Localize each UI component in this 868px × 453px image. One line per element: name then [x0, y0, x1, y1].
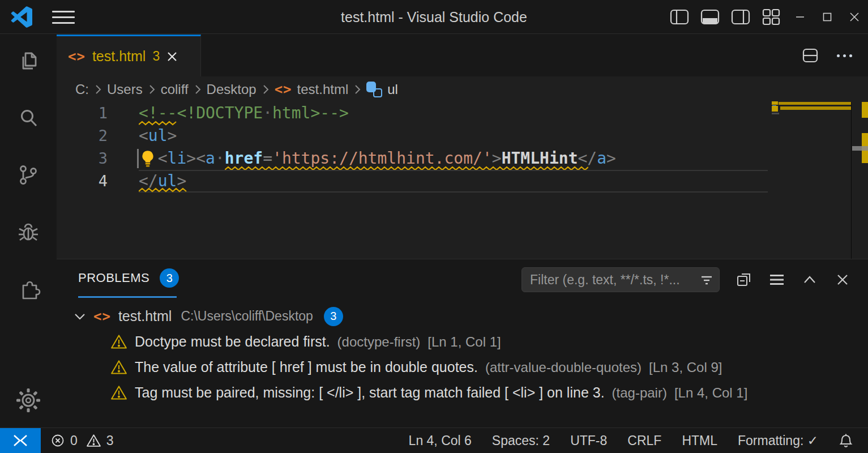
breadcrumb-item-drive[interactable]: C: [75, 82, 89, 97]
tab-problems-panel[interactable]: PROBLEMS 3 [78, 268, 179, 288]
minimap-warning-line-highlight [779, 102, 851, 105]
overview-cursor-mark [852, 146, 868, 151]
code-editor[interactable]: 1234 <!--<!DOCTYPE·html>--><ul> <li><a·h… [57, 102, 868, 259]
sidebar-item-run-debug[interactable] [15, 218, 42, 245]
breadcrumb-item-file[interactable]: test.html [297, 82, 349, 97]
status-line-col[interactable]: Ln 4, Col 6 [409, 433, 472, 448]
breadcrumb-item-users[interactable]: Users [107, 82, 143, 97]
status-diagnostics[interactable]: 0 3 [50, 433, 114, 448]
code-token: <!--<!DOCTYPE [139, 104, 263, 122]
remote-indicator[interactable] [0, 428, 41, 453]
problem-rule-code: (attr-value-double-quotes) [485, 360, 642, 375]
minimap[interactable] [772, 102, 851, 259]
toggle-secondary-sidebar-button[interactable] [725, 0, 756, 34]
sidebar-item-explorer[interactable] [15, 48, 42, 75]
vscode-logo-icon [11, 6, 32, 28]
view-as-table-icon[interactable] [768, 271, 785, 288]
status-encoding[interactable]: UTF-8 [570, 433, 607, 448]
tab-close-button[interactable] [166, 51, 178, 62]
error-count: 0 [70, 433, 78, 448]
close-window-button[interactable] [841, 0, 868, 34]
more-actions-button[interactable] [837, 54, 852, 57]
lightbulb-icon[interactable] [140, 149, 156, 168]
breadcrumb-item-coliff[interactable]: coliff [161, 82, 189, 97]
tab-test-html[interactable]: <> test.html 3 [57, 35, 201, 76]
close-panel-icon[interactable] [834, 271, 851, 288]
line-number-4: 4 [57, 170, 108, 193]
symbol-ul-icon [366, 82, 382, 97]
window-title: test.html - Visual Studio Code [341, 8, 527, 25]
warning-icon [110, 360, 127, 375]
filter-icon[interactable] [700, 273, 713, 287]
menu-button[interactable] [52, 8, 75, 26]
problems-file-path: C:\Users\coliff\Desktop [181, 309, 313, 324]
sidebar-item-search[interactable] [15, 105, 42, 132]
status-formatting[interactable]: Formatting: ✓ [738, 433, 818, 448]
minimize-button[interactable] [786, 0, 814, 34]
editor-tab-strip: <> test.html 3 [57, 35, 868, 76]
sidebar-item-extensions[interactable] [15, 275, 42, 302]
chevron-right-icon [262, 84, 270, 95]
maximize-button[interactable] [814, 0, 841, 34]
html-file-icon: <> [68, 49, 85, 65]
sidebar-item-source-control[interactable] [15, 161, 42, 189]
code-token: > [186, 149, 196, 168]
error-icon [50, 433, 65, 448]
minimap-code-tick [772, 113, 779, 114]
problem-message: Tag must be paired, missing: [ </li> ], … [135, 384, 605, 401]
code-token: li [168, 149, 187, 168]
code-line-3[interactable]: <li><a·href='https://htmlhint.com/'>HTML… [139, 147, 768, 170]
split-editor-button[interactable] [802, 48, 819, 63]
problems-filter-input[interactable] [522, 272, 720, 288]
code-line-4[interactable]: </ul> [139, 170, 768, 193]
code-token: · [215, 149, 225, 168]
problems-filter-box [521, 267, 720, 292]
problem-position: [Ln 1, Col 1] [427, 334, 501, 350]
problem-row-2[interactable]: The value of attribute [ href ] must be … [57, 354, 868, 380]
puzzle-icon [16, 276, 41, 301]
line-number-1: 1 [57, 102, 108, 125]
minimap-divider [851, 102, 852, 259]
code-token: a [206, 149, 215, 168]
file-problems-badge: 3 [324, 307, 343, 326]
minimap-warning-mark [772, 101, 778, 105]
sidebar-item-settings[interactable] [15, 387, 42, 414]
titlebar: test.html - Visual Studio Code [0, 0, 868, 34]
problems-file-row[interactable]: <> test.html C:\Users\coliff\Desktop 3 [57, 304, 868, 329]
code-token: a [597, 149, 606, 168]
problem-row-3[interactable]: Tag must be paired, missing: [ </li> ], … [57, 380, 868, 405]
toggle-panel-button[interactable] [695, 0, 725, 34]
text-cursor [137, 149, 139, 168]
code-token: > [606, 149, 616, 168]
titlebar-controls [664, 0, 868, 34]
code-token: </ [578, 149, 597, 168]
notifications-bell-icon[interactable] [839, 433, 853, 448]
status-language[interactable]: HTML [682, 433, 717, 448]
problem-row-1[interactable]: Doctype must be declared first.(doctype-… [57, 329, 868, 354]
code-token: href [225, 149, 263, 168]
chevron-right-icon [94, 84, 102, 95]
breadcrumb-item-desktop[interactable]: Desktop [207, 82, 256, 97]
customize-layout-button[interactable] [756, 0, 786, 34]
problem-message: The value of attribute [ href ] must be … [135, 359, 478, 375]
vscode-window: test.html - Visual Studio Code [0, 0, 868, 453]
html-file-icon: <> [275, 82, 292, 97]
tab-problems-count: 3 [152, 49, 160, 64]
code-line-2[interactable]: <ul> [139, 125, 768, 147]
warning-icon [110, 385, 127, 400]
status-eol[interactable]: CRLF [627, 433, 661, 448]
maximize-panel-icon[interactable] [801, 271, 818, 288]
code-content: <!--<!DOCTYPE·html>--><ul> <li><a·href='… [139, 102, 768, 193]
remote-icon [11, 433, 29, 448]
active-panel-underline [78, 296, 177, 298]
collapse-all-icon[interactable] [736, 271, 752, 288]
toggle-primary-sidebar-button[interactable] [664, 0, 695, 34]
breadcrumb: C: Users coliff Desktop <> test.html ul [57, 76, 868, 102]
code-token: · [263, 104, 272, 122]
breadcrumb-item-symbol-ul[interactable]: ul [387, 82, 398, 97]
code-token: < [139, 126, 148, 145]
code-token: HTMLHint [502, 149, 578, 168]
code-line-1[interactable]: <!--<!DOCTYPE·html>--> [139, 102, 768, 125]
overview-warning-mark [862, 102, 868, 118]
status-indentation[interactable]: Spaces: 2 [492, 433, 550, 448]
